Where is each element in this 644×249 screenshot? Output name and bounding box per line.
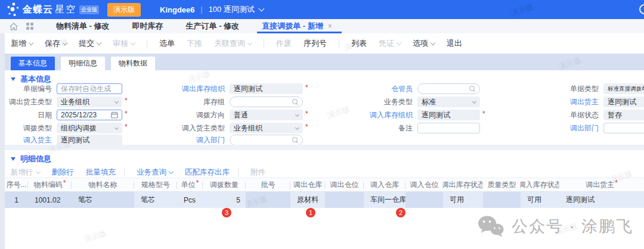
required-asterisk — [615, 179, 618, 187]
grid-toolbar: 新增行 删除行 批量填充 业务查询 匹配库存出库 附件 — [5, 166, 644, 179]
col-in-warehouse[interactable]: 调入仓库 — [364, 178, 405, 191]
cell-qty[interactable]: 5 — [203, 192, 246, 208]
col-quality-type[interactable]: 质量类型 — [483, 178, 521, 191]
tab-instant-inventory[interactable]: 即时库存 — [132, 21, 163, 32]
tab-material-list[interactable]: 物料清单 - 修改 — [56, 21, 110, 32]
cell-out-stock-status[interactable]: 可用 — [443, 192, 483, 208]
collapse-triangle-icon — [11, 157, 16, 161]
list-button[interactable]: 列表 — [351, 38, 367, 49]
col-out-stock-status[interactable]: 调出库存状态 — [443, 178, 483, 191]
chevron-down-icon[interactable] — [259, 6, 265, 12]
home-icon[interactable] — [10, 23, 18, 30]
bill-toolbar: 新增 保存 提交 审核 选单 下推 关联查询 作废 序列号 列表 凭证 选项 退… — [5, 33, 644, 54]
col-in-location[interactable]: 调入仓位 — [405, 178, 443, 191]
col-out-owner[interactable]: 调出货主 — [559, 178, 644, 191]
detail-section-header[interactable]: 明细信息 — [5, 154, 51, 164]
divider — [147, 40, 147, 48]
cell-material-name[interactable]: 笔芯 — [72, 192, 134, 208]
biz-type-select[interactable]: 标准 — [417, 97, 480, 107]
col-out-warehouse[interactable]: 调出仓库 — [290, 178, 325, 191]
direction-label: 调拨方向 — [142, 110, 230, 120]
stock-group-input[interactable] — [230, 97, 303, 107]
search-icon[interactable] — [292, 98, 299, 105]
tab-basic-info[interactable]: 基本信息 — [11, 57, 55, 70]
col-qty[interactable]: 调拨数量 — [203, 178, 246, 191]
delete-row-button[interactable]: 删除行 — [52, 167, 75, 178]
select-bill-button[interactable]: 选单 — [159, 38, 175, 49]
linked-query-button: 关联查询 — [214, 38, 252, 49]
calendar-icon[interactable] — [111, 111, 118, 119]
biz-query-button[interactable]: 业务查询 — [137, 167, 173, 178]
col-out-location[interactable]: 调出仓位 — [325, 178, 364, 191]
col-spec[interactable]: 规格型号 — [134, 178, 177, 191]
required-asterisk — [196, 179, 199, 187]
col-unit[interactable]: 单位 — [177, 178, 203, 191]
keeper-input[interactable] — [417, 83, 480, 94]
in-owner-label[interactable]: 调入货主 — [5, 135, 57, 145]
out-owner-type-select[interactable]: 业务组织 — [57, 97, 122, 107]
table-row[interactable]: 1 1001.02 笔芯 笔芯 Pcs 5 原材料 车间一仓库 可用 可用 逐同… — [5, 192, 644, 208]
in-dept-label[interactable]: 调入部门 — [142, 135, 230, 145]
tab-production-order[interactable]: 生产订单 - 修改 — [186, 21, 240, 32]
cell-seq[interactable]: 1 — [5, 192, 28, 208]
cell-out-owner[interactable]: 逐同测试 — [559, 192, 644, 208]
batch-fill-button[interactable]: 批量填充 — [86, 167, 116, 178]
col-lot[interactable]: 批号 — [246, 178, 290, 191]
step-badge-in-warehouse: 2 — [396, 208, 405, 217]
void-button: 作废 — [276, 38, 292, 49]
exit-button[interactable]: 退出 — [447, 38, 462, 49]
in-stock-org-label[interactable]: 调入库存组织 — [327, 110, 417, 120]
new-button[interactable]: 新增 — [11, 38, 33, 49]
tab-detail-info[interactable]: 明细信息 — [61, 57, 105, 70]
tab-direct-transfer-new[interactable]: 直接调拨单 - 新增 — [262, 19, 332, 33]
cell-in-warehouse[interactable]: 车间一仓库 — [364, 192, 405, 208]
serial-no-button[interactable]: 序列号 — [304, 38, 327, 49]
col-in-stock-status[interactable]: 调入库存状态 — [521, 178, 559, 191]
in-owner-type-select[interactable]: 业务组织 — [230, 123, 303, 133]
chevron-down-icon — [169, 169, 174, 174]
remark-input[interactable] — [417, 123, 480, 133]
search-icon[interactable] — [469, 85, 476, 92]
col-material-name[interactable]: 物料名称 — [72, 178, 134, 191]
required-asterisk — [125, 123, 128, 131]
cell-out-location[interactable] — [325, 192, 364, 208]
direction-select[interactable]: 普通 — [230, 110, 303, 120]
out-dept-label[interactable]: 调出部门 — [516, 123, 603, 133]
tab-material-data[interactable]: 物料数据 — [111, 57, 155, 70]
save-button[interactable]: 保存 — [45, 38, 67, 49]
brand-name-2: 星空 — [55, 4, 76, 16]
search-icon[interactable] — [292, 136, 299, 144]
cell-material-code[interactable]: 1001.02 — [28, 192, 72, 208]
close-icon[interactable] — [328, 22, 332, 30]
col-material-code[interactable]: 物料编码 — [28, 178, 72, 191]
keeper-label[interactable]: 仓管员 — [327, 83, 417, 94]
in-dept-input[interactable] — [230, 135, 303, 145]
cell-in-stock-status[interactable]: 可用 — [521, 192, 559, 208]
cell-out-warehouse[interactable]: 原材料 — [290, 192, 325, 208]
cell-spec[interactable]: 笔芯 — [134, 192, 177, 208]
cell-in-location[interactable] — [405, 192, 443, 208]
audit-button: 审核 — [113, 38, 135, 49]
cell-lot[interactable] — [246, 192, 290, 208]
divider — [124, 169, 125, 176]
cell-unit[interactable]: Pcs — [177, 192, 203, 208]
help-icon[interactable] — [639, 4, 644, 14]
date-input[interactable]: 2025/12/23 — [57, 110, 122, 120]
out-stock-org-label[interactable]: 调出库存组织 — [142, 83, 230, 94]
organization-switcher[interactable]: 100 逐同测试 — [209, 4, 255, 15]
options-button[interactable]: 选项 — [413, 38, 435, 49]
bill-no-input[interactable]: 保存时自动生成 — [57, 83, 122, 94]
match-stock-button[interactable]: 匹配库存出库 — [185, 167, 230, 178]
apps-grid-icon[interactable] — [26, 23, 33, 30]
col-seq[interactable]: 序号... — [5, 178, 28, 191]
edition-badge: 企业版 — [79, 5, 99, 14]
transfer-type-select[interactable]: 组织内调拨 — [57, 123, 122, 133]
cell-quality-type[interactable] — [483, 192, 521, 208]
submit-button[interactable]: 提交 — [79, 38, 101, 49]
out-dept-input[interactable] — [603, 123, 644, 133]
chevron-down-icon — [131, 41, 135, 45]
add-row-button: 新增行 — [11, 167, 40, 178]
step-badge-qty: 3 — [222, 208, 231, 217]
required-asterisk — [305, 83, 308, 92]
out-owner-label[interactable]: 调出货主 — [516, 97, 603, 107]
